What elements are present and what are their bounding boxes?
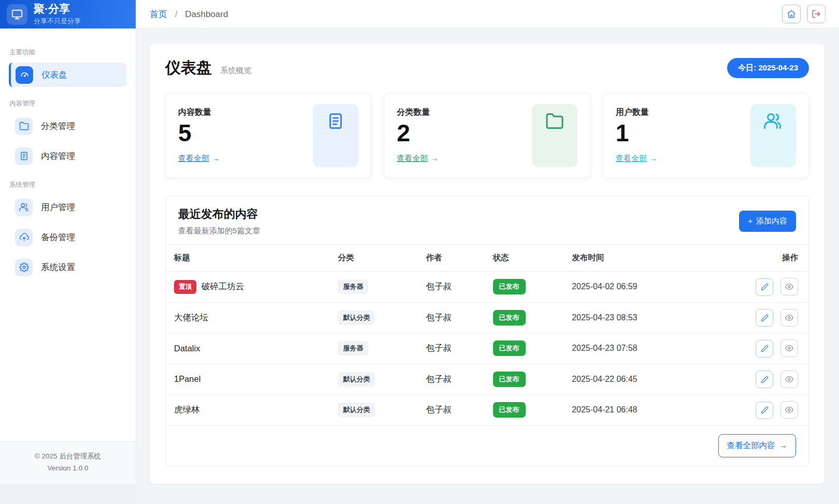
publish-time: 2025-04-23 08:53 (563, 302, 692, 333)
view-button[interactable] (780, 278, 798, 295)
table-header-row: 标题 分类 作者 状态 发布时间 操作 (166, 245, 808, 272)
author-cell: 包子叔 (417, 395, 484, 426)
publish-time: 2025-04-22 06:45 (563, 364, 692, 395)
view-button[interactable] (780, 370, 798, 388)
stat-text: 内容数量 5 查看全部→ (178, 104, 220, 167)
content-title: 大佬论坛 (174, 312, 208, 323)
stat-card-user-count: 用户数量 1 查看全部→ (603, 93, 809, 178)
edit-button[interactable] (756, 402, 773, 419)
view-button[interactable] (780, 339, 798, 357)
sidebar-item-content[interactable]: 内容管理 (9, 144, 126, 168)
eye-icon (785, 283, 793, 291)
main-column: 首页 / Dashboard (136, 0, 839, 504)
stat-cards: 内容数量 5 查看全部→ 分类数量 2 查看全部→ (165, 93, 809, 178)
status-badge: 已发布 (493, 340, 526, 356)
view-all-link[interactable]: 查看全部→ (616, 154, 657, 164)
stat-card-category-count: 分类数量 2 查看全部→ (384, 93, 590, 178)
breadcrumb-current: Dashboard (185, 9, 228, 19)
category-badge: 服务器 (338, 341, 368, 355)
edit-button[interactable] (756, 278, 773, 296)
sidebar-item-label: 用户管理 (41, 202, 75, 213)
stat-text: 用户数量 1 查看全部→ (616, 104, 657, 167)
edit-button[interactable] (756, 340, 773, 358)
sidebar-footer: © 2025 后台管理系统 Version 1.0.0 (0, 441, 136, 484)
arrow-right-icon: → (430, 154, 438, 162)
publish-time: 2025-04-21 06:48 (563, 395, 692, 426)
col-time: 发布时间 (563, 245, 692, 272)
page-title: 仪表盘 (165, 59, 212, 76)
view-button[interactable] (780, 401, 798, 419)
brand-text: 聚·分享 分享不只是分享 (34, 3, 81, 25)
sidebar-item-categories[interactable]: 分类管理 (9, 114, 126, 138)
recent-subtitle: 查看最新添加的5篇文章 (178, 226, 260, 236)
gear-icon (15, 259, 33, 276)
table-row: 大佬论坛 默认分类 包子叔 已发布 2025-04-23 08:53 (166, 302, 808, 333)
content-title: Datalix (174, 344, 200, 353)
sidebar: 聚·分享 分享不只是分享 主要功能 仪表盘 内容管理 分类管理 (0, 0, 136, 484)
publish-time: 2025-04-23 07:58 (563, 333, 692, 364)
app-subtitle: 分享不只是分享 (34, 17, 81, 26)
category-badge: 服务器 (338, 279, 368, 294)
breadcrumb: 首页 / Dashboard (150, 8, 228, 20)
sidebar-section-main: 主要功能 (9, 48, 126, 57)
home-button[interactable] (782, 5, 801, 23)
page-subtitle: 系统概览 (220, 66, 251, 75)
panel-header: 仪表盘 系统概览 今日: 2025-04-23 (165, 57, 809, 79)
recent-content-table: 标题 分类 作者 状态 发布时间 操作 置顶破碎工坊云 服务器 (166, 244, 808, 426)
status-badge: 已发布 (493, 279, 526, 294)
view-button[interactable] (780, 309, 798, 327)
table-row: 1Panel 默认分类 包子叔 已发布 2025-04-22 06:45 (166, 364, 808, 395)
sidebar-item-label: 内容管理 (41, 151, 75, 162)
cloud-upload-icon (15, 229, 33, 246)
eye-icon (785, 344, 793, 352)
stat-value: 1 (616, 120, 657, 146)
stat-value: 2 (397, 120, 438, 146)
col-title: 标题 (166, 245, 329, 272)
sidebar-item-dashboard[interactable]: 仪表盘 (9, 63, 126, 87)
logout-button[interactable] (807, 5, 826, 23)
edit-button[interactable] (756, 309, 773, 327)
pencil-icon (761, 314, 769, 322)
category-badge: 默认分类 (338, 403, 375, 417)
view-all-link[interactable]: 查看全部→ (178, 154, 220, 164)
col-status: 状态 (485, 245, 564, 272)
recent-content-section: 最近发布的内容 查看最新添加的5篇文章 +添加内容 标题 (165, 196, 809, 466)
sidebar-item-users[interactable]: 用户管理 (9, 195, 126, 219)
arrow-right-icon: → (649, 154, 657, 162)
category-badge: 默认分类 (338, 310, 375, 325)
add-content-button[interactable]: +添加内容 (739, 211, 796, 232)
top-header: 首页 / Dashboard (136, 0, 839, 28)
author-cell: 包子叔 (417, 302, 484, 333)
pencil-icon (761, 406, 769, 414)
author-cell: 包子叔 (417, 333, 484, 364)
sidebar-section-system: 系统管理 (9, 181, 126, 189)
sidebar-item-settings[interactable]: 系统设置 (9, 255, 126, 279)
stat-value: 5 (178, 120, 220, 146)
publish-time: 2025-04-02 06:59 (563, 272, 692, 303)
eye-icon (785, 375, 793, 383)
edit-button[interactable] (756, 370, 773, 388)
sidebar-section-content: 内容管理 (9, 99, 126, 108)
category-badge: 默认分类 (338, 372, 375, 387)
sidebar-item-backup[interactable]: 备份管理 (9, 225, 126, 249)
breadcrumb-home-link[interactable]: 首页 (150, 9, 167, 19)
users-icon (15, 199, 33, 216)
status-badge: 已发布 (493, 372, 526, 387)
document-icon (15, 147, 33, 165)
sidebar-nav: 主要功能 仪表盘 内容管理 分类管理 内容管理 系统管理 (0, 28, 136, 441)
content-title: 破碎工坊云 (201, 281, 244, 292)
view-all-link[interactable]: 查看全部→ (397, 154, 438, 164)
col-author: 作者 (417, 245, 484, 272)
copyright-text: © 2025 后台管理系统 (5, 451, 131, 462)
view-all-content-button[interactable]: 查看全部内容→ (718, 434, 797, 457)
pinned-badge: 置顶 (174, 280, 196, 294)
recent-footer: 查看全部内容→ (166, 426, 808, 466)
author-cell: 包子叔 (417, 272, 484, 303)
app-brand: 聚·分享 分享不只是分享 (0, 0, 136, 28)
content-title: 虎绿林 (174, 404, 200, 416)
content-title: 1Panel (174, 374, 200, 384)
stat-label: 内容数量 (178, 107, 220, 118)
dashboard-icon (16, 66, 33, 84)
table-row: 虎绿林 默认分类 包子叔 已发布 2025-04-21 06:48 (166, 395, 808, 426)
stat-label: 分类数量 (397, 107, 438, 118)
